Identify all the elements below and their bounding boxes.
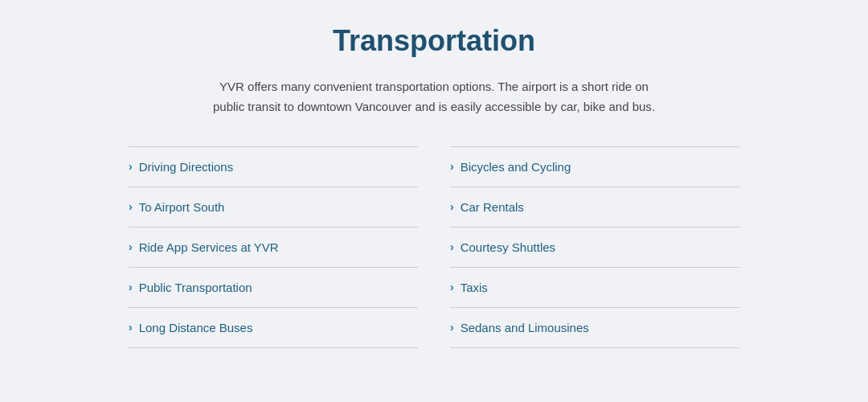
item-label: Public Transportation — [139, 281, 252, 294]
list-item[interactable]: › Sedans and Limousines — [450, 307, 739, 348]
list-item[interactable]: › To Airport South — [129, 187, 418, 227]
item-label: Sedans and Limousines — [461, 321, 589, 334]
chevron-icon: › — [450, 281, 454, 293]
chevron-icon: › — [450, 160, 454, 173]
left-column: › Driving Directions › To Airport South … — [129, 146, 418, 348]
chevron-icon: › — [129, 321, 133, 334]
chevron-icon: › — [450, 200, 454, 213]
list-item[interactable]: › Ride App Services at YVR — [129, 227, 418, 267]
right-column: › Bicycles and Cycling › Car Rentals › C… — [450, 146, 739, 348]
page-description: YVR offers many convenient transportatio… — [209, 77, 659, 117]
list-item[interactable]: › Car Rentals — [450, 187, 739, 227]
item-label: Driving Directions — [139, 160, 234, 174]
item-label: Courtesy Shuttles — [461, 240, 555, 254]
item-label: Bicycles and Cycling — [461, 160, 571, 174]
page-title: Transportation — [129, 24, 739, 58]
chevron-icon: › — [450, 240, 454, 253]
chevron-icon: › — [450, 321, 454, 334]
chevron-icon: › — [129, 240, 133, 253]
chevron-icon: › — [129, 281, 133, 293]
list-item[interactable]: › Driving Directions — [129, 146, 418, 187]
item-label: Car Rentals — [461, 200, 524, 214]
item-label: Taxis — [461, 281, 488, 294]
item-label: To Airport South — [139, 200, 225, 214]
list-item[interactable]: › Bicycles and Cycling — [450, 146, 739, 187]
main-container: Transportation YVR offers many convenien… — [129, 24, 739, 348]
chevron-icon: › — [129, 160, 133, 173]
list-item[interactable]: › Public Transportation — [129, 267, 418, 307]
item-label: Ride App Services at YVR — [139, 240, 279, 254]
list-item[interactable]: › Taxis — [450, 267, 739, 307]
list-item[interactable]: › Courtesy Shuttles — [450, 227, 739, 267]
list-item[interactable]: › Long Distance Buses — [129, 307, 418, 348]
item-label: Long Distance Buses — [139, 321, 253, 334]
chevron-icon: › — [129, 200, 133, 213]
lists-wrapper: › Driving Directions › To Airport South … — [129, 146, 739, 348]
